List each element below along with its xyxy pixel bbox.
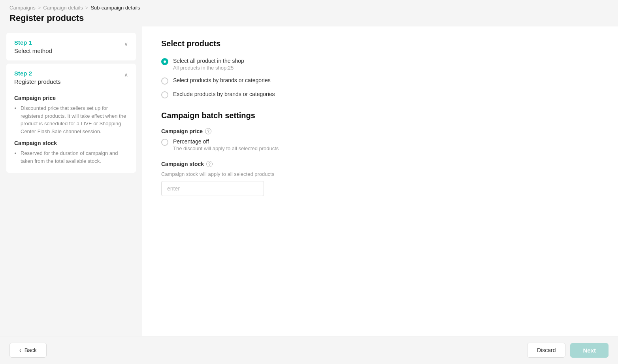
- campaign-price-sidebar-info: Discounted price that sellers set up for…: [21, 104, 128, 135]
- step2-chevron: ∧: [124, 72, 128, 78]
- back-button[interactable]: ‹ Back: [9, 343, 47, 358]
- breadcrumb-campaigns[interactable]: Campaigns: [9, 5, 36, 11]
- radio-circle-percentage: [161, 139, 168, 146]
- percentage-off-option[interactable]: Percentage off The discount will apply t…: [161, 138, 599, 151]
- percentage-off-sublabel: The discount will apply to all selected …: [173, 145, 279, 151]
- step2-card: Step 2 Register products ∧ Campaign pric…: [6, 64, 136, 173]
- select-products-title: Select products: [161, 39, 599, 48]
- footer: ‹ Back Discard Next: [0, 336, 618, 364]
- breadcrumb: Campaigns > Campaign details > Sub-campa…: [9, 5, 609, 11]
- next-label: Next: [583, 347, 596, 354]
- page-title: Register products: [9, 13, 609, 23]
- campaign-stock-sidebar-list: Reserved for the duration of campaign an…: [14, 149, 128, 165]
- step1-name: Select method: [14, 47, 52, 54]
- radio-option-all[interactable]: Select all product in the shop All produ…: [161, 58, 599, 71]
- radio-sublabel-all: All products in the shop:25: [173, 65, 244, 71]
- select-products-radio-group: Select all product in the shop All produ…: [161, 58, 599, 98]
- breadcrumb-sep2: >: [85, 5, 89, 11]
- back-label: Back: [24, 347, 37, 353]
- discard-button[interactable]: Discard: [527, 343, 565, 358]
- step1-card: Step 1 Select method ∨: [6, 33, 136, 60]
- campaign-price-sidebar-list: Discounted price that sellers set up for…: [14, 104, 128, 135]
- radio-label-brands: Select products by brands or categories: [173, 77, 271, 83]
- radio-option-brands[interactable]: Select products by brands or categories: [161, 77, 599, 85]
- campaign-stock-help-icon[interactable]: ?: [206, 161, 213, 167]
- campaign-stock-label: Campaign stock ?: [161, 161, 599, 167]
- step2-label: Step 2: [14, 70, 61, 77]
- radio-circle-exclude: [161, 91, 168, 98]
- step2-name: Register products: [14, 78, 61, 85]
- campaign-price-field: Campaign price ? Percentage off The disc…: [161, 128, 599, 151]
- back-icon: ‹: [19, 347, 21, 353]
- radio-label-all: Select all product in the shop: [173, 58, 244, 64]
- campaign-stock-sidebar-title: Campaign stock: [14, 140, 128, 146]
- step1-header[interactable]: Step 1 Select method ∨: [14, 39, 128, 54]
- percentage-off-label: Percentage off: [173, 138, 279, 145]
- breadcrumb-campaign-details[interactable]: Campaign details: [43, 5, 83, 11]
- next-button[interactable]: Next: [570, 343, 609, 358]
- step1-chevron: ∨: [124, 41, 128, 47]
- radio-label-exclude: Exclude products by brands or categories: [173, 91, 275, 97]
- breadcrumb-sep1: >: [38, 5, 41, 11]
- campaign-price-help-icon[interactable]: ?: [205, 128, 211, 134]
- step1-label: Step 1: [14, 39, 52, 46]
- radio-circle-all: [161, 58, 168, 65]
- sidebar: Step 1 Select method ∨ Step 2 Register p…: [0, 26, 142, 336]
- batch-settings-title: Campaign batch settings: [161, 111, 599, 120]
- step2-header[interactable]: Step 2 Register products ∧: [14, 70, 128, 85]
- campaign-price-label: Campaign price ?: [161, 128, 599, 134]
- campaign-stock-field: Campaign stock ? Campaign stock will app…: [161, 161, 599, 196]
- campaign-stock-input[interactable]: [161, 181, 264, 196]
- discard-label: Discard: [537, 347, 556, 353]
- main-content: Select products Select all product in th…: [142, 26, 618, 336]
- campaign-stock-sidebar-info: Reserved for the duration of campaign an…: [21, 149, 128, 165]
- campaign-price-sidebar-title: Campaign price: [14, 95, 128, 101]
- campaign-stock-sublabel: Campaign stock will apply to all selecte…: [161, 171, 599, 177]
- step2-body: Campaign price Discounted price that sel…: [14, 95, 128, 165]
- radio-option-exclude[interactable]: Exclude products by brands or categories: [161, 91, 599, 98]
- radio-circle-brands: [161, 77, 168, 85]
- breadcrumb-sub-campaign: Sub-campaign details: [90, 5, 140, 11]
